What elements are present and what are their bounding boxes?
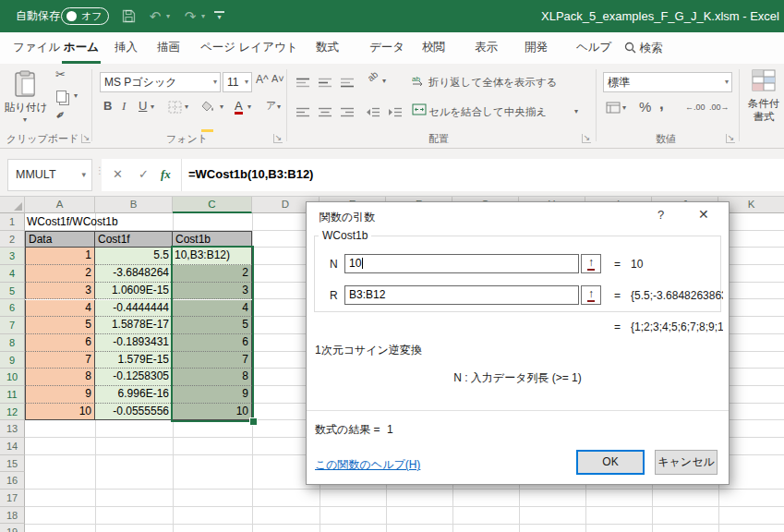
fill-handle[interactable]: [249, 417, 258, 426]
cell-B9[interactable]: 1.579E-15: [95, 352, 173, 369]
row-header-15[interactable]: 15: [0, 455, 25, 473]
formula-bar-splitter[interactable]: ⋮: [95, 169, 98, 173]
cell-C4[interactable]: 2: [173, 265, 252, 283]
orientation-dropdown-icon[interactable]: ▾: [382, 77, 386, 85]
row-header-10[interactable]: 10: [0, 369, 25, 386]
accounting-format-icon[interactable]: [606, 101, 621, 117]
row-header-14[interactable]: 14: [0, 438, 25, 455]
copy-icon[interactable]: [56, 90, 66, 106]
formula-input[interactable]: =WCost1b(10,B3:B12): [182, 159, 784, 191]
col-header-B[interactable]: B: [95, 197, 173, 213]
cell-C3-edit[interactable]: 10,B3:B12): [173, 248, 252, 265]
paste-button[interactable]: [13, 70, 37, 102]
wrap-text-label[interactable]: 折り返して全体を表示する: [428, 76, 558, 90]
name-box-dropdown-icon[interactable]: ▾: [81, 160, 86, 190]
cell-A9[interactable]: 7: [25, 352, 95, 369]
fill-color-icon[interactable]: [201, 99, 216, 132]
row-header-17[interactable]: 17: [0, 490, 25, 507]
align-left-icon[interactable]: [296, 104, 310, 121]
increase-decimal-icon[interactable]: ←.00: [685, 103, 706, 112]
decrease-indent-icon[interactable]: [366, 104, 380, 121]
underline-button[interactable]: U: [139, 99, 147, 113]
row-header-7[interactable]: 7: [0, 317, 25, 334]
align-right-icon[interactable]: [340, 104, 355, 121]
merge-center-icon[interactable]: [412, 103, 427, 119]
font-dialog-launcher-icon[interactable]: ↘: [273, 134, 283, 143]
col-header-A[interactable]: A: [25, 197, 95, 213]
customize-qat-icon[interactable]: ▾: [214, 11, 224, 21]
bold-button[interactable]: B: [103, 99, 112, 113]
arg-r-collapse-button[interactable]: ↑: [581, 285, 601, 305]
tab-data[interactable]: データ: [368, 32, 406, 64]
cell-B7[interactable]: 1.5878E-17: [95, 317, 173, 334]
cell-B11[interactable]: 6.996E-16: [95, 386, 173, 404]
cell-A8[interactable]: 6: [25, 334, 95, 352]
cut-icon[interactable]: ✂: [55, 67, 66, 81]
cell-C12[interactable]: 10: [173, 404, 252, 421]
borders-dropdown-icon[interactable]: ▾: [185, 103, 188, 111]
undo-dropdown-icon[interactable]: ▾: [164, 0, 172, 32]
decrease-decimal-icon[interactable]: .00→: [709, 103, 730, 112]
number-format-combo[interactable]: 標準 ▾: [603, 72, 732, 92]
cell-C9[interactable]: 7: [173, 352, 252, 369]
cell-A12[interactable]: 10: [25, 404, 95, 421]
row-header-6[interactable]: 6: [0, 299, 25, 317]
cell-B10[interactable]: -0.1258305: [95, 369, 173, 386]
cell-A2[interactable]: Data: [25, 231, 95, 248]
cell-A6[interactable]: 4: [25, 300, 95, 318]
cell-B2[interactable]: Cost1f: [95, 231, 173, 248]
ok-button[interactable]: OK: [576, 450, 645, 475]
cell-A7[interactable]: 5: [25, 317, 95, 334]
cell-C2[interactable]: Cost1b: [173, 231, 252, 248]
format-painter-icon[interactable]: ✒: [52, 106, 68, 124]
row-header-2[interactable]: 2: [0, 231, 25, 248]
cell-C7[interactable]: 5: [173, 317, 252, 334]
row-header-4[interactable]: 4: [0, 265, 25, 283]
tab-help[interactable]: ヘルプ: [574, 32, 613, 64]
tab-page-layout[interactable]: ページ レイアウト: [199, 32, 300, 64]
cell-A1[interactable]: WCost1f/WCost1b: [27, 213, 118, 231]
wrap-text-icon[interactable]: ab: [412, 73, 426, 90]
dialog-help-icon[interactable]: ?: [657, 208, 664, 222]
phonetic-dropdown-icon[interactable]: ▾: [277, 103, 281, 111]
row-header-3[interactable]: 3: [0, 248, 25, 265]
underline-dropdown-icon[interactable]: ▾: [151, 103, 154, 111]
percent-style-icon[interactable]: %: [639, 99, 651, 115]
row-header-19[interactable]: 19: [0, 524, 25, 532]
number-dialog-launcher-icon[interactable]: ↘: [726, 134, 735, 143]
alignment-dialog-launcher-icon[interactable]: ↘: [582, 134, 591, 143]
italic-button[interactable]: I: [122, 99, 126, 114]
tab-view[interactable]: 表示: [473, 32, 500, 64]
tab-draw[interactable]: 描画: [155, 32, 182, 64]
cell-B5[interactable]: 1.0609E-15: [95, 283, 173, 300]
row-header-11[interactable]: 11: [0, 386, 25, 404]
cell-C10[interactable]: 8: [173, 369, 252, 386]
col-header-C[interactable]: C: [173, 197, 252, 213]
accounting-dropdown-icon[interactable]: ▾: [622, 103, 626, 112]
borders-icon[interactable]: [168, 101, 182, 117]
cell-C5[interactable]: 3: [173, 283, 252, 300]
row-header-8[interactable]: 8: [0, 334, 25, 352]
phonetic-guide-icon[interactable]: ア: [266, 99, 276, 113]
font-color-icon[interactable]: A: [235, 101, 243, 115]
copy-dropdown-icon[interactable]: ▾: [74, 91, 78, 100]
tab-file[interactable]: ファイル: [11, 32, 62, 64]
font-size-combo[interactable]: 11 ▾: [223, 72, 252, 92]
align-middle-icon[interactable]: [318, 75, 332, 91]
row-header-12[interactable]: 12: [0, 404, 25, 421]
font-name-dropdown-icon[interactable]: ▾: [213, 73, 217, 91]
cell-B12[interactable]: -0.0555556: [95, 404, 173, 421]
redo-icon[interactable]: ↷: [181, 0, 199, 32]
decrease-font-icon[interactable]: A˅: [271, 73, 284, 84]
tab-formulas[interactable]: 数式: [314, 32, 341, 64]
search-box[interactable]: 検索: [624, 32, 662, 64]
row-header-5[interactable]: 5: [0, 283, 25, 300]
cell-B6[interactable]: -0.4444444: [95, 300, 173, 318]
increase-indent-icon[interactable]: [388, 104, 403, 121]
autosave-toggle[interactable]: オフ: [61, 7, 109, 25]
cell-A4[interactable]: 2: [25, 265, 95, 283]
row-header-9[interactable]: 9: [0, 352, 25, 369]
clipboard-dialog-launcher-icon[interactable]: ↘: [81, 134, 90, 143]
function-help-link[interactable]: この関数のヘルプ(H): [315, 457, 420, 473]
comma-style-icon[interactable]: ,: [659, 95, 664, 114]
